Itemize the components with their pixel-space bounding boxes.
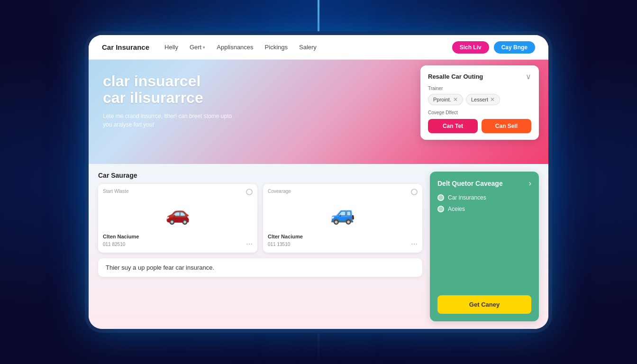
nav-link-salery[interactable]: Salery <box>299 44 317 51</box>
quote-options: Car insurances Aceies <box>437 194 531 289</box>
hero-section: clar insuarcel car ilisurarrce Lete me c… <box>89 60 548 164</box>
car-card-1[interactable]: Start Wlaste Clten Naciume 011 82510 ⋯ <box>98 184 257 253</box>
car-img-1-container <box>103 197 253 230</box>
car-card-2-header: Covearage <box>268 189 418 194</box>
quote-card-title: Delt Quetor Caveage <box>437 180 503 187</box>
car-cards: Start Wlaste Clten Naciume 011 82510 ⋯ C… <box>98 184 422 253</box>
quote-card: Delt Quetor Caveage › Car insurances Ace… <box>430 172 539 321</box>
car-card-1-radio[interactable] <box>246 189 253 195</box>
filter-card: Resalle Car Outing ∨ Trainer Pproint. ✕ … <box>420 65 539 140</box>
nav-link-gert[interactable]: Gert ▾ <box>190 44 205 51</box>
navbar: Car Insurance Helly Gert ▾ Applisnances … <box>89 35 548 60</box>
car-card-1-header: Start Wlaste <box>103 189 253 194</box>
filter-tags: Pproint. ✕ Lessert ✕ <box>428 94 531 105</box>
car-card-2[interactable]: Covearage Clter Naciume 011 13510 ⋯ <box>263 184 422 253</box>
car-1-number: 011 82510 ⋯ <box>103 240 253 248</box>
chevron-right-icon[interactable]: › <box>529 179 531 188</box>
car-2-name: Clter Naciume <box>268 234 418 239</box>
filter-tag-pproint: Pproint. ✕ <box>428 94 463 105</box>
can-tet-button[interactable]: Can Tet <box>428 119 478 133</box>
hero-title: clar insuarcel car ilisurarrce <box>103 73 328 106</box>
car-image-1 <box>149 200 206 227</box>
hero-subtitle: Lete me crand insurrce, ither! can breet… <box>103 112 236 129</box>
nav-actions: Sich Liv Cay Bnge <box>452 41 535 54</box>
nav-link-applisnances[interactable]: Applisnances <box>217 44 253 51</box>
filter-card-title: Resalle Car Outing <box>428 73 483 80</box>
chevron-down-icon: ▾ <box>203 45 205 50</box>
car-img-2-container <box>268 197 418 230</box>
car-image-2 <box>314 200 371 227</box>
car-1-dots-icon[interactable]: ⋯ <box>246 240 253 248</box>
close-icon[interactable]: ∨ <box>526 72 531 81</box>
trainer-label: Trainer <box>428 86 531 91</box>
signin-button[interactable]: Sich Liv <box>452 41 489 54</box>
main-body: Car Saurage Start Wlaste Clten Naciume 0… <box>89 164 548 329</box>
nav-links: Helly Gert ▾ Applisnances Pickings Saler… <box>164 44 437 51</box>
coverage-label: Covege Dlfect <box>428 110 531 115</box>
nav-link-helly[interactable]: Helly <box>164 44 178 51</box>
get-caney-button[interactable]: Get Caney <box>437 295 531 314</box>
coverage-buttons: Can Tet Can Sell <box>428 119 531 133</box>
filter-tag-lessert: Lessert ✕ <box>466 94 500 105</box>
remove-tag-pproint-button[interactable]: ✕ <box>453 96 458 103</box>
car-2-number: 011 13510 ⋯ <box>268 240 418 248</box>
signup-button[interactable]: Cay Bnge <box>494 41 535 54</box>
quote-option-car-insurances[interactable]: Car insurances <box>437 194 531 201</box>
nav-link-pickings[interactable]: Pickings <box>265 44 288 51</box>
radio-dot-car-insurances <box>437 194 444 201</box>
car-2-dots-icon[interactable]: ⋯ <box>411 240 418 248</box>
right-panel: Delt Quetor Caveage › Car insurances Ace… <box>430 172 539 321</box>
car-card-2-radio[interactable] <box>411 189 418 195</box>
quote-option-aceies[interactable]: Aceies <box>437 206 531 212</box>
bottom-tagline: Thier suy a up pople fear car insurance. <box>98 258 422 277</box>
car-1-name: Clten Naciume <box>103 234 253 239</box>
radio-dot-aceies <box>437 206 444 212</box>
quote-card-header: Delt Quetor Caveage › <box>437 179 531 188</box>
device-frame: Car Insurance Helly Gert ▾ Applisnances … <box>89 35 548 329</box>
hero-content: clar insuarcel car ilisurarrce Lete me c… <box>89 60 342 164</box>
can-sell-button[interactable]: Can Sell <box>482 119 531 133</box>
nav-brand: Car Insurance <box>102 43 149 51</box>
filter-card-header: Resalle Car Outing ∨ <box>428 72 531 81</box>
car-section-title: Car Saurage <box>98 172 422 179</box>
remove-tag-lessert-button[interactable]: ✕ <box>490 96 495 103</box>
car-section: Car Saurage Start Wlaste Clten Naciume 0… <box>98 172 422 321</box>
